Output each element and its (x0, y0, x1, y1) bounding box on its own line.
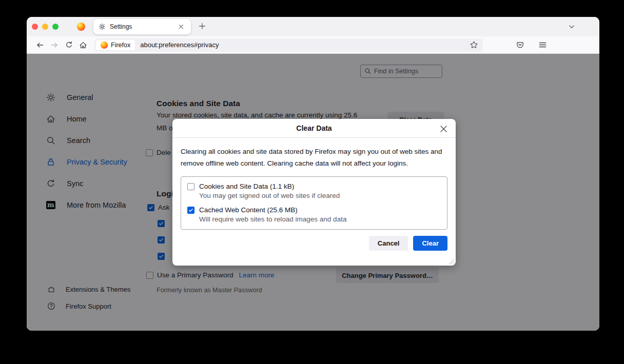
tab-close-icon[interactable] (177, 22, 186, 31)
firefox-window: Settings (27, 17, 599, 331)
clear-data-dialog: Clear Data Clearing all cookies and site… (172, 119, 456, 266)
window-zoom-button[interactable] (52, 24, 59, 30)
checkbox-unchecked[interactable] (187, 183, 194, 190)
cache-option-label: Cached Web Content (25.6 MB) (199, 206, 298, 214)
url-bar[interactable]: Firefox about:preferences#privacy (94, 38, 483, 52)
dialog-header: Clear Data (172, 119, 456, 138)
navigation-toolbar: Firefox about:preferences#privacy (27, 36, 599, 54)
bookmark-star-icon[interactable] (470, 41, 479, 50)
back-button[interactable] (33, 38, 47, 52)
home-button[interactable] (76, 38, 90, 52)
dialog-resize-handle[interactable] (448, 258, 455, 265)
checkbox-checked[interactable] (187, 207, 194, 214)
site-identity-chip[interactable]: Firefox (96, 40, 135, 50)
cache-option-desc: Will require web sites to reload images … (199, 215, 441, 223)
cache-option-row[interactable]: Cached Web Content (25.6 MB) (187, 206, 441, 214)
site-identity-label: Firefox (111, 42, 130, 49)
desktop-background: Settings (0, 0, 624, 364)
cancel-button[interactable]: Cancel (369, 236, 408, 251)
hamburger-menu-icon[interactable] (538, 41, 548, 50)
window-minimize-button[interactable] (42, 24, 48, 30)
list-all-tabs-chevron-icon[interactable] (568, 23, 576, 31)
forward-button[interactable] (47, 38, 62, 52)
settings-page: General Home Search Privacy & Security (27, 54, 599, 331)
dialog-body: Clearing all cookies and site data store… (172, 146, 456, 251)
clear-options-group: Cookies and Site Data (1.1 kB) You may g… (181, 176, 447, 230)
pocket-icon[interactable] (516, 41, 525, 50)
firefox-logo-icon (77, 23, 85, 31)
dialog-actions: Cancel Clear (181, 236, 447, 251)
tab-settings[interactable]: Settings (93, 19, 191, 34)
dialog-title: Clear Data (296, 124, 332, 132)
firefox-favicon-icon (101, 42, 108, 49)
cookies-option-label: Cookies and Site Data (1.1 kB) (199, 183, 294, 190)
dialog-description: Clearing all cookies and site data store… (181, 146, 442, 169)
dialog-close-icon[interactable] (438, 124, 449, 134)
window-close-button[interactable] (32, 24, 38, 30)
gear-icon (99, 23, 106, 30)
cookies-option-row[interactable]: Cookies and Site Data (1.1 kB) (187, 183, 441, 190)
reload-button[interactable] (62, 38, 76, 52)
cookies-option-desc: You may get signed out of web sites if c… (199, 192, 441, 199)
clear-button[interactable]: Clear (413, 236, 447, 251)
tab-bar: Settings (27, 17, 599, 36)
new-tab-button[interactable] (198, 22, 207, 31)
url-text: about:preferences#privacy (140, 41, 470, 49)
tab-title: Settings (110, 23, 172, 30)
